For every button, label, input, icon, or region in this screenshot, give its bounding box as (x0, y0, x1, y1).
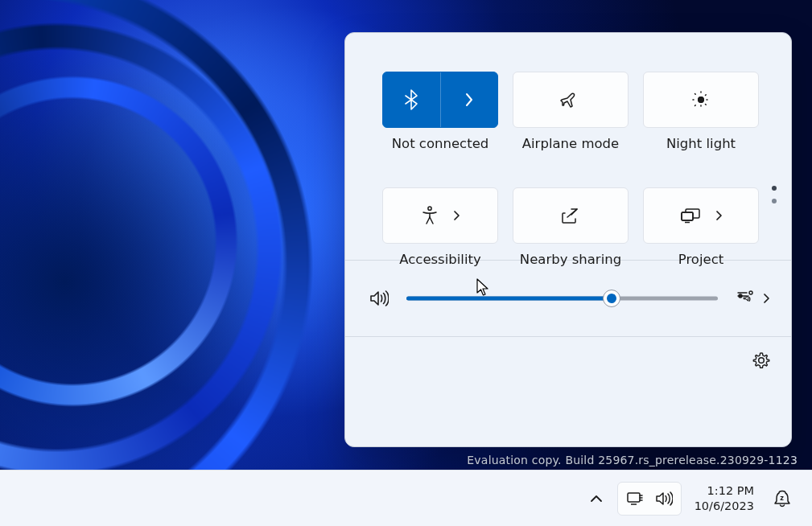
chevron-right-icon[interactable] (763, 293, 770, 304)
volume-row (345, 261, 791, 336)
taskbar-time: 1:12 PM (695, 483, 754, 498)
svg-point-19 (759, 358, 765, 364)
speaker-icon (655, 491, 673, 507)
tile-nearby-sharing[interactable] (513, 187, 629, 244)
taskbar-clock[interactable]: 1:12 PM 10/6/2023 (690, 483, 759, 512)
accessibility-icon (421, 206, 439, 225)
tile-bluetooth-toggle[interactable] (383, 72, 441, 127)
tray-overflow-button[interactable] (583, 482, 609, 516)
tile-label: Night light (643, 136, 759, 151)
svg-line-8 (706, 94, 707, 96)
svg-point-10 (427, 207, 431, 210)
svg-text:z: z (780, 495, 784, 502)
svg-point-17 (749, 291, 752, 294)
sound-output-icon[interactable] (736, 290, 755, 307)
chevron-up-icon (590, 494, 603, 503)
tile-label: Airplane mode (513, 136, 629, 151)
tile-airplane-mode[interactable] (513, 72, 629, 128)
speaker-icon[interactable] (369, 290, 389, 307)
night-light-icon (690, 89, 711, 110)
tile-bluetooth[interactable] (382, 72, 498, 128)
svg-point-18 (739, 294, 742, 298)
tile-bluetooth-expand[interactable] (441, 72, 498, 127)
tile-project[interactable] (643, 187, 759, 244)
page-dot[interactable] (772, 199, 777, 203)
svg-line-9 (695, 105, 697, 106)
focus-notifications-icon: z (773, 490, 791, 508)
taskbar: 1:12 PM 10/6/2023 z (0, 470, 812, 526)
page-indicator[interactable] (772, 186, 777, 203)
svg-line-7 (706, 105, 707, 106)
tile-night-light[interactable] (643, 72, 759, 128)
tile-label: Project (643, 252, 759, 267)
svg-line-6 (695, 94, 697, 96)
quick-settings-footer (345, 337, 791, 385)
system-tray-quick-settings[interactable] (617, 482, 682, 516)
volume-slider[interactable] (406, 290, 718, 306)
bluetooth-icon (403, 89, 419, 110)
notifications-button[interactable]: z (767, 482, 798, 516)
settings-button[interactable] (748, 347, 775, 374)
svg-rect-12 (682, 212, 693, 220)
tile-label: Nearby sharing (513, 252, 629, 267)
quick-settings-flyout: Not connected Airplane mode (344, 32, 792, 447)
svg-rect-20 (628, 493, 640, 502)
quick-settings-tiles: Not connected Airplane mode (345, 33, 791, 260)
project-icon (680, 208, 701, 224)
taskbar-date: 10/6/2023 (695, 499, 754, 513)
gear-icon (752, 351, 770, 369)
page-dot[interactable] (772, 186, 777, 191)
build-watermark: Evaluation copy. Build 25967.rs_prerelea… (467, 454, 798, 466)
tile-label: Not connected (382, 136, 498, 151)
volume-slider-thumb[interactable] (603, 290, 620, 307)
share-icon (561, 207, 580, 224)
airplane-icon (560, 91, 581, 109)
network-icon (626, 491, 644, 507)
tile-accessibility[interactable] (382, 187, 498, 244)
tile-label: Accessibility (382, 252, 498, 267)
chevron-right-icon (715, 210, 723, 221)
chevron-right-icon (453, 210, 460, 221)
chevron-right-icon (464, 92, 474, 107)
